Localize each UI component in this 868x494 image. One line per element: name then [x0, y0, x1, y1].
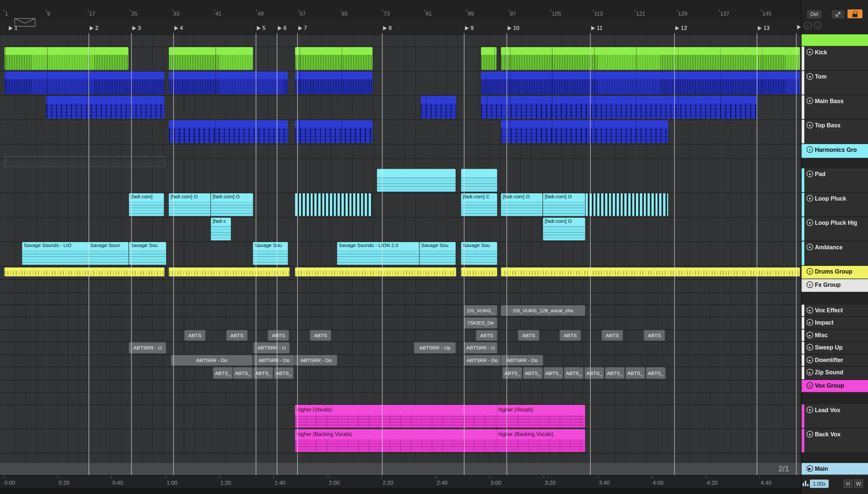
track-header-kick[interactable]: ▾Kick — [802, 46, 868, 71]
track-fold-icon[interactable]: ▸ — [807, 357, 813, 363]
clip-misc[interactable]: ABTS — [184, 330, 205, 341]
clip-downlifter[interactable]: ABTSRR - Do — [501, 355, 543, 366]
clip-drums-group[interactable] — [295, 268, 456, 277]
clip-vox-effect[interactable]: DS_VUKG_128_vocal_cho — [501, 305, 585, 316]
clip-ambiance[interactable]: Savage Sou — [253, 242, 288, 265]
ghost-clip[interactable] — [4, 156, 165, 167]
track-fold-icon[interactable]: ▾ — [807, 431, 813, 438]
locator-flag[interactable]: 9 — [465, 25, 474, 31]
zoom-fit-button[interactable] — [831, 9, 845, 19]
track-fold-icon[interactable]: ▾ — [807, 170, 813, 177]
track-header-lead-vox[interactable]: ▾Lead Vox — [802, 404, 868, 429]
clip-lead-vox[interactable]: higher (Vocals) — [295, 405, 497, 428]
locator-flag[interactable]: 11 — [591, 25, 602, 31]
clip-vox-effect[interactable]: DS_VUKG_ — [464, 305, 497, 316]
play-icon[interactable]: ▶ — [807, 465, 813, 472]
clip-downlifter[interactable]: ABTSRR - Do — [295, 355, 337, 366]
track-header-zip-sound[interactable]: ▸Zip Sound — [802, 367, 868, 380]
clip-back-vox[interactable]: higher (Backing Vocals) — [497, 429, 585, 452]
clip-lead-vox[interactable]: higher (Vocals) — [497, 405, 585, 428]
clip-ambiance[interactable]: Savage Sounds - LION 2.0 — [337, 242, 419, 265]
clip-zip-sound[interactable]: ABTS_ — [254, 367, 273, 379]
track-fold-icon[interactable]: ▾ — [807, 49, 813, 55]
clip-ambiance[interactable]: Savage Sou — [461, 242, 497, 265]
locator-flag[interactable]: 3 — [132, 25, 141, 31]
locator-flag[interactable]: 12 — [675, 25, 687, 31]
clip-top-bass[interactable] — [169, 120, 288, 142]
clip-misc[interactable]: ABTS — [518, 330, 539, 341]
track-fold-icon[interactable]: ▸ — [807, 319, 813, 326]
clip-loop-pluck[interactable]: [fadr.com] — [129, 193, 164, 216]
track-header-vox-group[interactable]: ≡Vox Group — [802, 380, 868, 393]
clip-impact[interactable]: 7SKIES_De — [464, 317, 497, 328]
locator-flag[interactable]: 5 — [257, 25, 266, 31]
track-header-sweep-up[interactable]: ▸Sweep Up — [802, 342, 868, 355]
clip-top-bass[interactable] — [295, 120, 373, 142]
meter-icon[interactable] — [802, 480, 809, 487]
track-fold-icon[interactable]: ▸ — [807, 332, 813, 339]
clip-drums-group[interactable] — [169, 268, 289, 277]
track-fold-icon[interactable]: ▸ — [807, 344, 813, 350]
clip-loop-pluck-high[interactable]: [fadr.c — [211, 217, 231, 240]
track-fold-icon[interactable]: ▾ — [807, 122, 813, 128]
track-fold-icon[interactable]: ▾ — [807, 406, 813, 413]
back-arrow-button[interactable]: ← — [804, 22, 811, 29]
locator-flag[interactable]: 8 — [383, 25, 391, 31]
delete-button[interactable]: Del — [806, 9, 823, 19]
clip-zip-sound[interactable]: ABTS_ — [605, 367, 624, 379]
track-header-back-vox[interactable]: ▾Back Vox — [802, 429, 868, 453]
clip-loop-pluck[interactable]: [fadr.com] O — [211, 193, 253, 216]
clip-ambiance[interactable]: Savage Sou — [129, 242, 166, 265]
clip-tom[interactable] — [4, 71, 165, 94]
clip-kick[interactable] — [295, 47, 373, 70]
main-track-lane[interactable] — [0, 463, 801, 475]
clip-zip-sound[interactable]: ABTS_ — [544, 367, 563, 379]
clip-loop-pluck[interactable]: [fadr.com] O — [543, 193, 585, 216]
clip-misc[interactable]: ABTS — [644, 330, 665, 341]
track-header-tom[interactable]: ▾Tom — [802, 71, 868, 95]
clip-downlifter[interactable]: ABTSRR - Do — [464, 355, 500, 366]
clip-misc[interactable]: ABTS — [602, 330, 623, 341]
clip-misc[interactable]: ABTS — [560, 330, 581, 341]
track-header-pad[interactable]: ▾Pad — [802, 168, 868, 193]
clip-ambiance[interactable]: Savage Soun — [89, 242, 128, 265]
clip-tom[interactable] — [295, 71, 373, 94]
track-header-drums-group[interactable]: ≡Drums Group — [802, 266, 868, 279]
track-fold-icon[interactable]: ▸ — [807, 369, 813, 375]
clip-misc[interactable]: ABTS — [227, 330, 247, 341]
clip-sweep-up[interactable]: ABTSRR - Up — [414, 342, 456, 353]
clip-drums-group[interactable] — [461, 268, 497, 277]
group-icon[interactable]: ≡ — [807, 146, 813, 153]
track-header-loop-pluck[interactable]: ▾Loop Pluck — [802, 193, 868, 217]
clip-loop-pluck[interactable]: [fadr.com] O — [501, 193, 542, 216]
track-fold-icon[interactable]: ▾ — [807, 97, 813, 104]
clip-main-bass[interactable] — [46, 96, 165, 118]
clip-main-bass[interactable] — [421, 96, 456, 118]
clip-kick[interactable] — [169, 47, 253, 70]
bar-ruler[interactable]: 1917253341495765738189971051131211291371… — [0, 0, 801, 21]
track-fold-icon[interactable]: ▸ — [807, 307, 813, 313]
clip-misc[interactable]: ABTS — [476, 330, 497, 341]
track-header-main[interactable]: ▶Main — [802, 463, 868, 475]
clip-kick[interactable] — [481, 47, 497, 70]
optimize-height-button[interactable]: H — [844, 480, 852, 488]
track-header-fx-group[interactable]: ≡Fx Group — [802, 279, 868, 292]
optimize-width-button[interactable]: W — [854, 480, 863, 488]
group-icon[interactable]: ≡ — [807, 282, 813, 288]
track-fold-icon[interactable]: ▾ — [807, 219, 813, 226]
clip-downlifter[interactable]: ABTSRR - Do — [254, 355, 295, 366]
locator-flag[interactable]: 4 — [174, 25, 183, 31]
track-header-impact[interactable]: ▸Impact — [802, 317, 868, 329]
clip-main-bass[interactable] — [481, 96, 757, 118]
clip-top-bass[interactable] — [501, 120, 668, 142]
clip-zip-sound[interactable]: ABTS_ — [564, 367, 583, 379]
forward-arrow-button[interactable]: → — [814, 22, 821, 29]
clip-misc[interactable]: ABTS — [268, 330, 289, 341]
track-header-loop-pluck-high[interactable]: ▾Loop Pluck Hig — [802, 217, 868, 241]
clip-zip-sound[interactable]: ABTS_ — [584, 367, 604, 379]
locator-flag[interactable] — [797, 25, 801, 29]
clip-pad[interactable] — [461, 169, 497, 191]
clip-sweep-up[interactable]: ABTSRR - U — [254, 342, 290, 353]
clip-loop-pluck-high[interactable]: [fadr.com] O — [543, 217, 585, 240]
track-header-drums-group-bar[interactable] — [802, 35, 868, 47]
